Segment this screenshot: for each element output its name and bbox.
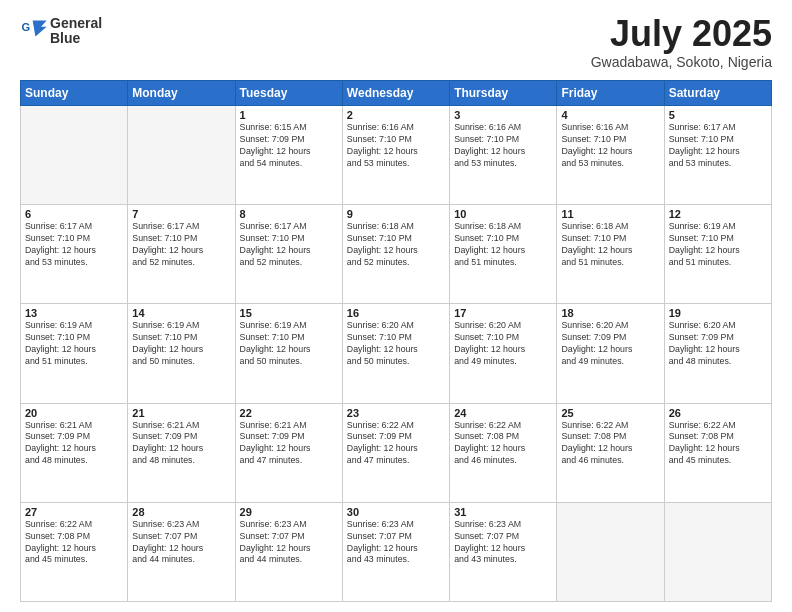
day-number: 24: [454, 407, 552, 419]
day-info: Sunrise: 6:15 AM Sunset: 7:09 PM Dayligh…: [240, 122, 338, 170]
day-number: 31: [454, 506, 552, 518]
logo: G General Blue: [20, 16, 102, 47]
day-info: Sunrise: 6:23 AM Sunset: 7:07 PM Dayligh…: [347, 519, 445, 567]
calendar-cell: 25Sunrise: 6:22 AM Sunset: 7:08 PM Dayli…: [557, 403, 664, 502]
calendar-day-header: Monday: [128, 81, 235, 106]
day-info: Sunrise: 6:22 AM Sunset: 7:08 PM Dayligh…: [25, 519, 123, 567]
day-info: Sunrise: 6:19 AM Sunset: 7:10 PM Dayligh…: [240, 320, 338, 368]
logo-text: General Blue: [50, 16, 102, 47]
logo-line2: Blue: [50, 31, 102, 46]
day-number: 23: [347, 407, 445, 419]
day-info: Sunrise: 6:17 AM Sunset: 7:10 PM Dayligh…: [132, 221, 230, 269]
day-info: Sunrise: 6:22 AM Sunset: 7:08 PM Dayligh…: [669, 420, 767, 468]
logo-line1: General: [50, 16, 102, 31]
location: Gwadabawa, Sokoto, Nigeria: [591, 54, 772, 70]
day-info: Sunrise: 6:18 AM Sunset: 7:10 PM Dayligh…: [347, 221, 445, 269]
day-number: 13: [25, 307, 123, 319]
day-info: Sunrise: 6:16 AM Sunset: 7:10 PM Dayligh…: [561, 122, 659, 170]
day-info: Sunrise: 6:23 AM Sunset: 7:07 PM Dayligh…: [132, 519, 230, 567]
svg-marker-1: [33, 21, 47, 37]
calendar-cell: 4Sunrise: 6:16 AM Sunset: 7:10 PM Daylig…: [557, 106, 664, 205]
calendar-cell: 14Sunrise: 6:19 AM Sunset: 7:10 PM Dayli…: [128, 304, 235, 403]
calendar-cell: 9Sunrise: 6:18 AM Sunset: 7:10 PM Daylig…: [342, 205, 449, 304]
calendar-cell: 7Sunrise: 6:17 AM Sunset: 7:10 PM Daylig…: [128, 205, 235, 304]
calendar-cell: 24Sunrise: 6:22 AM Sunset: 7:08 PM Dayli…: [450, 403, 557, 502]
calendar-cell: 16Sunrise: 6:20 AM Sunset: 7:10 PM Dayli…: [342, 304, 449, 403]
calendar-cell: 1Sunrise: 6:15 AM Sunset: 7:09 PM Daylig…: [235, 106, 342, 205]
calendar-cell: [664, 502, 771, 601]
day-number: 16: [347, 307, 445, 319]
day-info: Sunrise: 6:20 AM Sunset: 7:10 PM Dayligh…: [347, 320, 445, 368]
day-number: 14: [132, 307, 230, 319]
day-number: 8: [240, 208, 338, 220]
day-number: 17: [454, 307, 552, 319]
calendar-cell: 3Sunrise: 6:16 AM Sunset: 7:10 PM Daylig…: [450, 106, 557, 205]
calendar-cell: 29Sunrise: 6:23 AM Sunset: 7:07 PM Dayli…: [235, 502, 342, 601]
day-number: 2: [347, 109, 445, 121]
day-number: 6: [25, 208, 123, 220]
calendar-cell: 18Sunrise: 6:20 AM Sunset: 7:09 PM Dayli…: [557, 304, 664, 403]
day-info: Sunrise: 6:22 AM Sunset: 7:08 PM Dayligh…: [454, 420, 552, 468]
day-number: 4: [561, 109, 659, 121]
title-block: July 2025 Gwadabawa, Sokoto, Nigeria: [591, 16, 772, 70]
day-number: 19: [669, 307, 767, 319]
calendar-cell: 30Sunrise: 6:23 AM Sunset: 7:07 PM Dayli…: [342, 502, 449, 601]
day-info: Sunrise: 6:16 AM Sunset: 7:10 PM Dayligh…: [347, 122, 445, 170]
calendar-cell: 31Sunrise: 6:23 AM Sunset: 7:07 PM Dayli…: [450, 502, 557, 601]
day-number: 10: [454, 208, 552, 220]
calendar-day-header: Wednesday: [342, 81, 449, 106]
calendar-cell: 27Sunrise: 6:22 AM Sunset: 7:08 PM Dayli…: [21, 502, 128, 601]
day-number: 1: [240, 109, 338, 121]
calendar-week-row: 13Sunrise: 6:19 AM Sunset: 7:10 PM Dayli…: [21, 304, 772, 403]
day-info: Sunrise: 6:17 AM Sunset: 7:10 PM Dayligh…: [240, 221, 338, 269]
calendar-cell: 20Sunrise: 6:21 AM Sunset: 7:09 PM Dayli…: [21, 403, 128, 502]
calendar-day-header: Tuesday: [235, 81, 342, 106]
calendar-day-header: Saturday: [664, 81, 771, 106]
calendar-week-row: 20Sunrise: 6:21 AM Sunset: 7:09 PM Dayli…: [21, 403, 772, 502]
day-number: 15: [240, 307, 338, 319]
day-info: Sunrise: 6:20 AM Sunset: 7:10 PM Dayligh…: [454, 320, 552, 368]
calendar-cell: 5Sunrise: 6:17 AM Sunset: 7:10 PM Daylig…: [664, 106, 771, 205]
logo-icon: G: [20, 17, 48, 45]
calendar-cell: 23Sunrise: 6:22 AM Sunset: 7:09 PM Dayli…: [342, 403, 449, 502]
day-info: Sunrise: 6:16 AM Sunset: 7:10 PM Dayligh…: [454, 122, 552, 170]
day-number: 21: [132, 407, 230, 419]
day-info: Sunrise: 6:19 AM Sunset: 7:10 PM Dayligh…: [132, 320, 230, 368]
day-info: Sunrise: 6:17 AM Sunset: 7:10 PM Dayligh…: [669, 122, 767, 170]
day-number: 11: [561, 208, 659, 220]
day-info: Sunrise: 6:21 AM Sunset: 7:09 PM Dayligh…: [240, 420, 338, 468]
calendar-cell: 26Sunrise: 6:22 AM Sunset: 7:08 PM Dayli…: [664, 403, 771, 502]
day-number: 9: [347, 208, 445, 220]
svg-text:G: G: [21, 21, 30, 33]
page: G General Blue July 2025 Gwadabawa, Soko…: [0, 0, 792, 612]
calendar-table: SundayMondayTuesdayWednesdayThursdayFrid…: [20, 80, 772, 602]
day-number: 22: [240, 407, 338, 419]
calendar-day-header: Friday: [557, 81, 664, 106]
day-info: Sunrise: 6:22 AM Sunset: 7:09 PM Dayligh…: [347, 420, 445, 468]
day-number: 27: [25, 506, 123, 518]
calendar-cell: 13Sunrise: 6:19 AM Sunset: 7:10 PM Dayli…: [21, 304, 128, 403]
day-info: Sunrise: 6:21 AM Sunset: 7:09 PM Dayligh…: [25, 420, 123, 468]
calendar-day-header: Thursday: [450, 81, 557, 106]
day-info: Sunrise: 6:19 AM Sunset: 7:10 PM Dayligh…: [25, 320, 123, 368]
day-number: 26: [669, 407, 767, 419]
calendar-cell: 11Sunrise: 6:18 AM Sunset: 7:10 PM Dayli…: [557, 205, 664, 304]
month-year: July 2025: [591, 16, 772, 52]
calendar-cell: 8Sunrise: 6:17 AM Sunset: 7:10 PM Daylig…: [235, 205, 342, 304]
day-info: Sunrise: 6:20 AM Sunset: 7:09 PM Dayligh…: [669, 320, 767, 368]
calendar-cell: 12Sunrise: 6:19 AM Sunset: 7:10 PM Dayli…: [664, 205, 771, 304]
calendar-cell: 21Sunrise: 6:21 AM Sunset: 7:09 PM Dayli…: [128, 403, 235, 502]
day-info: Sunrise: 6:23 AM Sunset: 7:07 PM Dayligh…: [454, 519, 552, 567]
header: G General Blue July 2025 Gwadabawa, Soko…: [20, 16, 772, 70]
day-info: Sunrise: 6:18 AM Sunset: 7:10 PM Dayligh…: [454, 221, 552, 269]
day-info: Sunrise: 6:19 AM Sunset: 7:10 PM Dayligh…: [669, 221, 767, 269]
calendar-cell: 22Sunrise: 6:21 AM Sunset: 7:09 PM Dayli…: [235, 403, 342, 502]
calendar-cell: [128, 106, 235, 205]
day-number: 30: [347, 506, 445, 518]
day-number: 28: [132, 506, 230, 518]
calendar-week-row: 27Sunrise: 6:22 AM Sunset: 7:08 PM Dayli…: [21, 502, 772, 601]
calendar-week-row: 6Sunrise: 6:17 AM Sunset: 7:10 PM Daylig…: [21, 205, 772, 304]
day-number: 29: [240, 506, 338, 518]
day-number: 12: [669, 208, 767, 220]
day-number: 7: [132, 208, 230, 220]
